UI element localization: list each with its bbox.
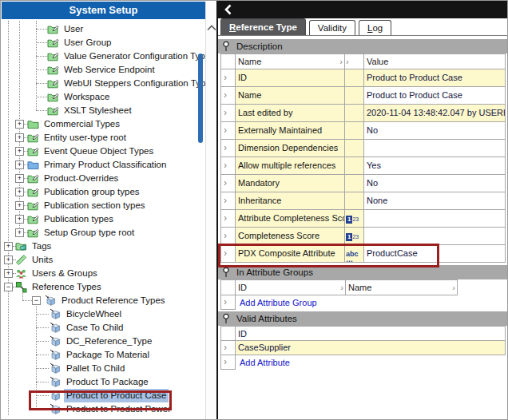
row-expand-arrow[interactable]: › (220, 105, 236, 122)
tree-item-label[interactable]: Product to Product Power (64, 402, 173, 416)
tree-item-pallet-to-child[interactable]: Pallet To Child (2, 362, 205, 375)
tree-item-label[interactable]: Entity user-type root (42, 131, 129, 145)
add-attribute-link[interactable]: Add Attribute (236, 358, 290, 367)
expand-plus-icon[interactable]: + (15, 133, 24, 142)
row-expand-arrow[interactable]: › (220, 355, 236, 370)
tree-item-label[interactable]: Product Reference Types (59, 294, 168, 307)
tree-item-publication-section-types[interactable]: +Publication section types (2, 199, 205, 212)
tree-item-label[interactable]: User (62, 22, 85, 36)
tree-item-dc-reference-type[interactable]: DC_Reference_Type (2, 335, 205, 348)
tree-item-publication-group-types[interactable]: +Publication group types (2, 185, 205, 199)
tree-item-label[interactable]: Units (30, 253, 55, 267)
tree-item-entity-user-type-root[interactable]: +Entity user-type root (2, 131, 205, 145)
tree-item-bicyclewheel[interactable]: BicycleWheel (2, 307, 205, 321)
row-expand-arrow[interactable]: › (220, 87, 236, 105)
valid-attribute-id[interactable]: CaseSupplier (236, 341, 506, 355)
back-icon[interactable] (224, 4, 233, 15)
expand-plus-icon[interactable]: + (15, 160, 24, 169)
expand-plus-icon[interactable]: + (15, 201, 24, 210)
tree-item-label[interactable]: Value Generator Configuration Type (62, 50, 205, 63)
tree-item-label[interactable]: Package To Material (64, 348, 152, 362)
expand-plus-icon[interactable]: + (4, 269, 13, 278)
add-attribute-group-link[interactable]: Add Attribute Group (236, 298, 317, 307)
tree-item-label[interactable]: Product to Product Case (64, 389, 169, 402)
column-header-id[interactable]: ID› (236, 279, 346, 295)
row-expand-arrow[interactable]: › (220, 341, 236, 355)
column-header-value[interactable]: Value (364, 53, 506, 69)
tree-item-label[interactable]: Web Service Endpoint (62, 63, 157, 77)
tree-item-event-queue-object-types[interactable]: +Event Queue Object Types (2, 145, 205, 158)
valid-attribute-row[interactable]: › CaseSupplier (220, 341, 508, 355)
tree-item-label[interactable]: Pallet To Child (64, 362, 127, 375)
field-value[interactable]: ProductCase (364, 245, 506, 263)
expand-plus-icon[interactable]: + (15, 228, 24, 237)
field-value[interactable]: Product to Product Case (364, 87, 506, 105)
tree-item-label[interactable]: BicycleWheel (64, 307, 124, 321)
tree-item-label[interactable]: Primary Product Classification (42, 158, 169, 172)
field-value[interactable]: Product to Product Case (364, 69, 506, 87)
expand-plus-icon[interactable]: + (4, 242, 13, 251)
field-value[interactable]: None (364, 192, 506, 210)
column-header-name[interactable]: Name› (236, 53, 345, 69)
row-expand-arrow[interactable]: › (220, 122, 236, 140)
tree-item-product-reference-types[interactable]: −Product Reference Types (2, 294, 205, 307)
column-header-type[interactable]: › (345, 53, 364, 69)
collapse-minus-icon[interactable]: − (32, 296, 41, 305)
tree-item-label[interactable]: Publication group types (42, 185, 142, 199)
row-expand-arrow[interactable]: › (220, 157, 236, 175)
row-expand-arrow[interactable]: › (220, 295, 236, 310)
tree-item-label[interactable]: Product To Package (64, 375, 151, 389)
tree-item-tags[interactable]: +Tags (2, 240, 205, 253)
row-expand-arrow[interactable]: › (220, 192, 236, 210)
field-value[interactable]: Yes (364, 157, 506, 175)
tree-item-value-generator-configuration-type[interactable]: Value Generator Configuration Type (2, 50, 205, 63)
expand-plus-icon[interactable]: + (15, 188, 24, 196)
row-expand-arrow[interactable]: › (220, 69, 236, 87)
tree-item-label[interactable]: Setup Group type root (42, 226, 137, 240)
tree-item-label[interactable]: Publication section types (42, 199, 148, 212)
tree-item-primary-product-classification[interactable]: +Primary Product Classification (2, 158, 205, 172)
tree-item-label[interactable]: XSLT Stylesheet (62, 104, 134, 117)
tab-validity[interactable]: Validity (309, 20, 355, 35)
tree-item-setup-group-type-root[interactable]: +Setup Group type root (2, 226, 205, 240)
tree-item-product-to-package[interactable]: Product To Package (2, 375, 205, 389)
tree-item-product-to-product-case[interactable]: Product to Product Case (2, 389, 205, 402)
tree-item-commercial-types[interactable]: +Commercial Types (2, 117, 205, 131)
tree-item-label[interactable]: DC_Reference_Type (64, 335, 154, 348)
field-value[interactable] (364, 210, 506, 228)
tree-item-case-to-child[interactable]: Case To Child (2, 321, 205, 335)
tree-item-package-to-material[interactable]: Package To Material (2, 348, 205, 362)
tree-item-label[interactable]: Publication types (42, 212, 116, 226)
tree-item-webui-steppers-configuration-type[interactable]: WebUI Steppers Configuration Type (2, 77, 205, 90)
tree-item-label[interactable]: Users & Groups (30, 267, 100, 280)
tree-item-label[interactable]: Commercial Types (42, 117, 122, 131)
tab-log[interactable]: Log (359, 20, 391, 35)
tree-item-web-service-endpoint[interactable]: Web Service Endpoint (2, 63, 205, 77)
tree-item-label[interactable]: Reference Types (30, 280, 104, 294)
tree-item-label[interactable]: Event Queue Object Types (42, 145, 156, 158)
row-expand-arrow[interactable]: › (220, 245, 236, 263)
tree-item-publication-types[interactable]: +Publication types (2, 212, 205, 226)
tree-scrollbar-thumb[interactable] (198, 53, 203, 143)
tree-item-workspace[interactable]: Workspace (2, 90, 205, 104)
panel-splitter[interactable] (205, 2, 216, 420)
tree-item-label[interactable]: Workspace (62, 90, 112, 104)
field-value[interactable]: No (364, 122, 506, 140)
column-header-id[interactable]: ID (236, 326, 506, 341)
field-value[interactable]: No (364, 175, 506, 192)
tree-item-units[interactable]: +Units (2, 253, 205, 267)
tree-item-label[interactable]: Tags (30, 240, 54, 253)
tree-item-product-overrides[interactable]: +Product-Overrides (2, 172, 205, 185)
tree-item-product-to-product-power[interactable]: Product to Product Power (2, 402, 205, 416)
collapse-up-icon[interactable] (206, 24, 217, 32)
tree-item-users-groups[interactable]: +Users & Groups (2, 267, 205, 280)
tree-item-reference-types[interactable]: −Reference Types (2, 280, 205, 294)
expand-plus-icon[interactable]: + (15, 147, 24, 156)
tree-item-label[interactable]: Case To Child (64, 321, 125, 335)
tree-item-label[interactable]: Product-Overrides (42, 172, 121, 185)
tree-item-user[interactable]: User (2, 22, 205, 36)
row-expand-arrow[interactable]: › (220, 175, 236, 192)
tree-item-xslt-stylesheet[interactable]: XSLT Stylesheet (2, 104, 205, 117)
tree-item-label[interactable]: User Group (62, 36, 113, 50)
tab-reference-type[interactable]: Reference Type (220, 18, 306, 35)
